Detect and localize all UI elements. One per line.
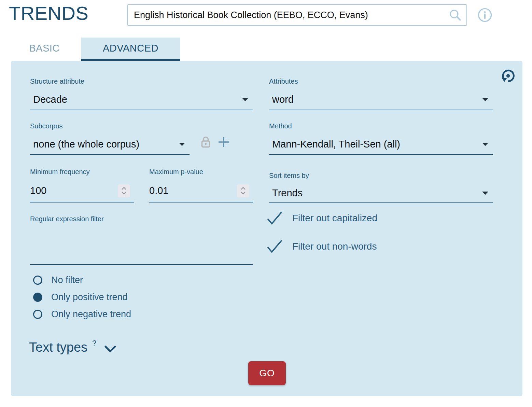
text-types-help[interactable]: ? [92,339,96,348]
radio-circle-selected-icon[interactable] [33,293,42,302]
search-icon[interactable] [449,9,462,22]
minimum-frequency-stepper[interactable] [118,184,130,197]
lock-icon [200,135,212,149]
regex-filter-input[interactable] [30,253,253,264]
regex-filter-label: Regular expression filter [30,215,104,223]
page-title: TRENDS [9,2,88,24]
chevron-down-icon [482,191,489,195]
sort-items-by-select[interactable]: Trends [269,183,493,203]
corpus-search-input[interactable] [128,5,449,25]
text-types-label: Text types [29,340,87,355]
structure-attribute-field: Structure attribute Decade [30,78,253,110]
checkmark-icon [267,239,283,254]
reset-defaults-icon[interactable] [501,69,515,83]
chevron-down-icon [482,142,489,146]
minimum-frequency-label: Minimum frequency [30,168,134,176]
structure-attribute-select[interactable]: Decade [30,89,253,110]
info-icon[interactable] [477,8,492,23]
attributes-select[interactable]: word [269,89,493,110]
tab-basic[interactable]: BASIC [20,38,68,59]
radio-circle-icon[interactable] [33,310,42,319]
add-subcorpus-icon[interactable] [218,136,229,148]
subcorpus-field: Subcorpus none (the whole corpus) [30,122,190,155]
filter-out-non-words-checkbox[interactable]: Filter out non-words [267,239,377,254]
sort-items-by-field: Sort items by Trends [269,172,493,203]
filter-out-non-words-label: Filter out non-words [292,241,377,252]
stepper-up-icon[interactable] [240,187,246,190]
method-value: Mann-Kendall, Theil-Sen (all) [272,139,400,150]
chevron-down-icon [482,98,489,101]
corpus-search-box [127,4,467,26]
stepper-down-icon[interactable] [240,191,246,195]
stepper-up-icon[interactable] [121,187,127,190]
regex-filter-underline [30,253,253,265]
radio-only-negative-trend[interactable]: Only negative trend [33,309,131,320]
radio-only-negative-trend-label: Only negative trend [51,309,131,320]
minimum-frequency-field: Minimum frequency 100 [30,168,134,202]
subcorpus-label: Subcorpus [30,122,190,130]
radio-only-positive-trend-label: Only positive trend [51,292,128,303]
filter-out-capitalized-checkbox[interactable]: Filter out capitalized [267,211,377,225]
maximum-p-value-input[interactable]: 0.01 [149,180,253,202]
trends-page: TRENDS BASIC ADVANCED Structure attribut… [0,0,532,407]
minimum-frequency-input[interactable]: 100 [30,180,134,202]
chevron-down-icon [104,346,116,353]
subcorpus-select[interactable]: none (the whole corpus) [30,134,190,155]
method-field: Method Mann-Kendall, Theil-Sen (all) [269,122,493,155]
subcorpus-value: none (the whole corpus) [33,139,139,150]
attributes-label: Attributes [269,78,493,85]
checkmark-icon [267,211,283,225]
maximum-p-value-value: 0.01 [149,185,168,196]
structure-attribute-value: Decade [33,94,67,105]
method-label: Method [269,122,493,130]
method-select[interactable]: Mann-Kendall, Theil-Sen (all) [269,134,493,155]
attributes-field: Attributes word [269,78,493,110]
attributes-value: word [272,94,294,105]
radio-only-positive-trend[interactable]: Only positive trend [33,292,128,303]
sort-items-by-label: Sort items by [269,172,493,179]
filter-out-capitalized-label: Filter out capitalized [292,213,377,224]
maximum-p-value-stepper[interactable] [237,184,249,197]
tab-advanced[interactable]: ADVANCED [81,38,180,59]
go-button[interactable]: GO [248,361,286,385]
structure-attribute-label: Structure attribute [30,78,253,85]
chevron-down-icon [179,142,185,146]
maximum-p-value-field: Maximum p-value 0.01 [149,168,253,202]
text-types-toggle[interactable]: Text types ? [29,340,116,355]
subcorpus-actions [200,135,229,149]
stepper-down-icon[interactable] [121,191,127,195]
sort-items-by-value: Trends [272,187,303,199]
radio-no-filter-label: No filter [51,275,83,285]
maximum-p-value-label: Maximum p-value [149,168,253,176]
chevron-down-icon [242,98,249,101]
minimum-frequency-value: 100 [30,185,46,196]
radio-no-filter[interactable]: No filter [33,275,83,285]
radio-circle-icon[interactable] [33,276,42,285]
